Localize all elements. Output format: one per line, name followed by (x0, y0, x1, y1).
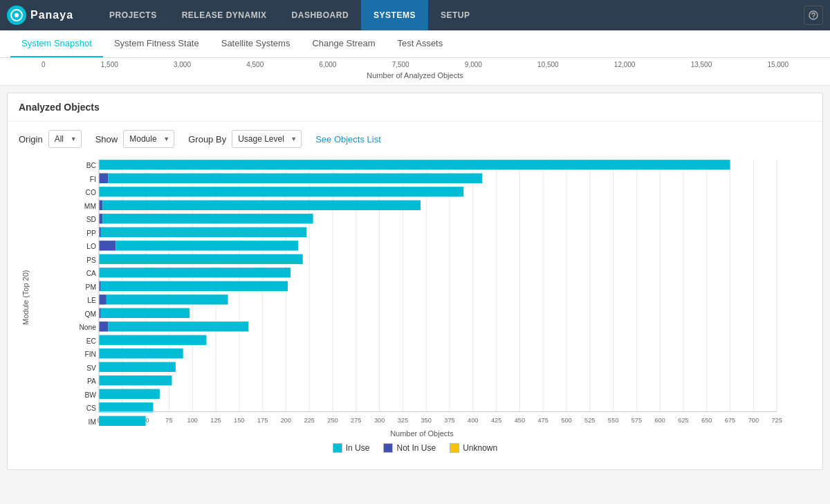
show-select[interactable]: Module (123, 130, 174, 148)
svg-text:125: 125 (210, 417, 221, 424)
tab-change-stream[interactable]: Change Stream (301, 30, 386, 57)
nav-dashboard[interactable]: DASHBOARD (279, 0, 362, 30)
chart-controls: Origin All Show Module Group By Usage Le… (8, 122, 822, 156)
svg-rect-70 (99, 187, 463, 196)
svg-text:FI: FI (90, 176, 96, 183)
x-axis-title: Number of Objects (33, 429, 811, 438)
svg-text:75: 75 (165, 417, 172, 424)
legend-not-in-use-label: Not In Use (396, 443, 436, 453)
svg-rect-67 (99, 174, 109, 183)
svg-text:LO: LO (86, 243, 96, 250)
see-objects-link[interactable]: See Objects List (315, 134, 381, 144)
svg-rect-84 (116, 241, 298, 250)
svg-rect-80 (101, 227, 306, 237)
logo-text: Panaya (30, 9, 73, 21)
tab-system-snapshot[interactable]: System Snapshot (10, 30, 103, 57)
tab-test-assets[interactable]: Test Assets (386, 30, 454, 57)
show-select-wrapper: Module (123, 130, 174, 148)
ruler-tick-10: 15,000 (767, 61, 788, 68)
svg-text:CS: CS (86, 404, 96, 412)
logo-area: Panaya (7, 6, 83, 25)
ruler-tick-8: 12,000 (614, 61, 636, 68)
svg-rect-88 (99, 268, 290, 277)
svg-rect-106 (99, 348, 183, 358)
svg-text:325: 325 (398, 417, 408, 424)
top-navigation: Panaya PROJECTS RELEASE DYNAMIX DASHBOAR… (0, 0, 830, 30)
nav-systems[interactable]: SYSTEMS (361, 0, 428, 30)
svg-rect-91 (101, 281, 288, 291)
svg-text:PS: PS (86, 256, 96, 264)
svg-text:350: 350 (421, 417, 431, 424)
ruler-tick-9: 13,500 (691, 61, 712, 68)
ruler-tick-7: 10,500 (537, 61, 559, 68)
svg-rect-114 (99, 402, 153, 412)
nav-projects[interactable]: PROJECTS (97, 0, 169, 30)
ruler-tick-3: 4,500 (246, 61, 264, 68)
svg-text:PA: PA (87, 377, 96, 385)
svg-text:225: 225 (304, 417, 315, 424)
svg-rect-83 (99, 241, 116, 250)
svg-rect-76 (102, 214, 313, 223)
legend-unknown: Unknown (450, 443, 497, 453)
svg-text:475: 475 (537, 417, 548, 424)
svg-text:175: 175 (257, 417, 268, 424)
legend-not-in-use: Not In Use (383, 443, 436, 453)
secondary-navigation: System Snapshot System Fitness State Sat… (0, 30, 830, 58)
svg-rect-73 (102, 200, 421, 210)
svg-text:300: 300 (374, 417, 385, 424)
svg-text:PM: PM (86, 283, 96, 291)
svg-text:575: 575 (631, 417, 642, 424)
chart-area: Module (Top 20) 025507510012515017520022… (8, 156, 822, 469)
svg-text:150: 150 (234, 417, 244, 424)
svg-text:725: 725 (771, 417, 782, 424)
svg-text:QM: QM (84, 310, 96, 318)
legend: In Use Not In Use Unknown (19, 438, 811, 456)
svg-rect-72 (99, 200, 102, 210)
svg-text:SV: SV (86, 364, 96, 372)
svg-point-1 (15, 13, 19, 17)
nav-release-dynamix[interactable]: RELEASE DYNAMIX (169, 0, 279, 30)
svg-rect-95 (107, 295, 228, 304)
origin-control: Origin All (19, 130, 82, 148)
legend-in-use-box (333, 443, 342, 453)
nav-setup[interactable]: SETUP (428, 0, 483, 30)
origin-select[interactable]: All (48, 130, 82, 148)
logo-icon (7, 6, 26, 25)
svg-text:CA: CA (86, 270, 96, 277)
ruler-tick-6: 9,000 (465, 61, 482, 68)
svg-text:400: 400 (468, 417, 478, 424)
svg-text:IM: IM (89, 418, 96, 426)
svg-text:425: 425 (491, 417, 501, 424)
svg-text:BC: BC (86, 162, 97, 169)
ruler-bar: 0 1,500 3,000 4,500 6,000 7,500 9,000 10… (0, 58, 830, 86)
svg-rect-108 (99, 362, 176, 372)
legend-unknown-box (450, 443, 459, 453)
svg-rect-116 (99, 416, 146, 426)
svg-text:200: 200 (281, 417, 291, 424)
svg-point-3 (813, 17, 813, 18)
tab-system-fitness[interactable]: System Fitness State (103, 30, 210, 57)
section-title: Analyzed Objects (8, 93, 822, 122)
origin-label: Origin (19, 134, 43, 144)
svg-rect-98 (101, 308, 190, 318)
svg-rect-86 (99, 254, 303, 264)
nav-right (804, 6, 823, 25)
svg-rect-104 (99, 335, 206, 345)
svg-text:375: 375 (444, 417, 454, 424)
svg-text:500: 500 (561, 417, 571, 424)
svg-text:MM: MM (84, 203, 96, 210)
groupby-label: Group By (188, 134, 226, 144)
svg-text:LE: LE (87, 297, 96, 304)
svg-text:250: 250 (327, 417, 338, 424)
svg-text:700: 700 (748, 417, 759, 424)
ruler-tick-1: 1,500 (101, 61, 118, 68)
nav-icon-button[interactable] (804, 6, 823, 25)
legend-unknown-label: Unknown (463, 443, 497, 453)
svg-text:625: 625 (678, 417, 688, 424)
groupby-select[interactable]: Usage Level (232, 130, 302, 148)
tab-satellite-systems[interactable]: Satellite Systems (210, 30, 302, 57)
svg-rect-110 (99, 375, 172, 385)
svg-text:None: None (79, 324, 96, 331)
legend-in-use-label: In Use (346, 443, 370, 453)
svg-text:525: 525 (584, 417, 595, 424)
